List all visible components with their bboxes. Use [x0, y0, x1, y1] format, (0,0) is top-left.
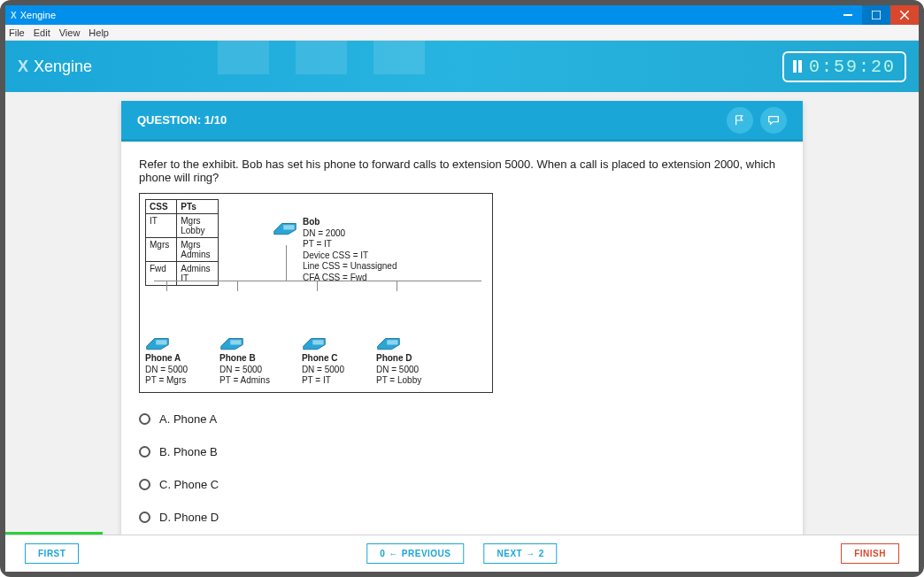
finish-button[interactable]: FINISH — [841, 543, 899, 564]
app-banner: X Xengine 0:59:20 — [5, 41, 919, 92]
nav-footer: FIRST 0 ← PREVIOUS NEXT → 2 FINISH — [5, 535, 919, 572]
option-b[interactable]: B. Phone B — [139, 445, 785, 458]
pause-icon[interactable] — [793, 60, 802, 73]
svg-rect-1 — [872, 11, 881, 19]
radio-icon — [139, 446, 150, 458]
question-counter: QUESTION: 1/10 — [137, 113, 227, 127]
window-close-button[interactable] — [890, 5, 919, 25]
menu-view[interactable]: View — [59, 27, 81, 38]
question-text: Refer to the exhibit. Bob has set his ph… — [139, 158, 785, 184]
timer-value: 0:59:20 — [809, 57, 896, 77]
window-minimize-button[interactable] — [834, 5, 862, 25]
phone-icon — [302, 332, 327, 351]
app-logo-icon: X — [18, 58, 28, 76]
phone-icon — [273, 217, 297, 236]
answer-options: A. Phone A B. Phone B C. Phone C D. Phon… — [139, 412, 785, 524]
exhibit-table: CSSPTs ITMgrs Lobby MgrsMgrs Admins FwdA… — [145, 199, 219, 286]
question-header: QUESTION: 1/10 — [121, 101, 803, 142]
option-a[interactable]: A. Phone A — [139, 412, 785, 426]
exhibit-diagram: CSSPTs ITMgrs Lobby MgrsMgrs Admins FwdA… — [139, 193, 493, 393]
svg-rect-7 — [312, 340, 323, 344]
svg-rect-6 — [230, 340, 241, 344]
app-title: Xengine — [34, 58, 92, 76]
radio-icon — [139, 512, 150, 523]
option-d[interactable]: D. Phone D — [139, 511, 785, 524]
menu-help[interactable]: Help — [89, 27, 109, 38]
svg-rect-0 — [843, 14, 852, 16]
timer: 0:59:20 — [782, 51, 906, 82]
svg-rect-8 — [387, 340, 397, 344]
phone-c: Phone CDN = 5000PT = IT — [302, 332, 344, 387]
comment-button[interactable] — [760, 107, 787, 134]
flag-button[interactable] — [727, 107, 753, 134]
radio-icon — [139, 413, 150, 425]
window-title: Xengine — [20, 10, 56, 20]
phone-icon — [219, 332, 244, 351]
window-maximize-button[interactable] — [862, 5, 890, 25]
first-button[interactable]: FIRST — [25, 543, 79, 564]
question-card: QUESTION: 1/10 Refer to the exhibit. Bob… — [121, 101, 803, 535]
next-button[interactable]: NEXT → 2 — [484, 543, 558, 564]
phone-d: Phone DDN = 5000PT = Lobby — [376, 332, 421, 387]
arrow-left-icon: ← — [389, 549, 398, 558]
menu-edit[interactable]: Edit — [34, 27, 50, 38]
arrow-right-icon: → — [526, 549, 535, 558]
svg-rect-5 — [156, 340, 166, 344]
menu-file[interactable]: File — [9, 27, 25, 38]
phone-icon — [145, 332, 170, 351]
menu-bar: File Edit View Help — [5, 25, 919, 41]
titlebar-logo-icon: X — [11, 11, 17, 20]
radio-icon — [139, 479, 150, 490]
svg-rect-4 — [283, 225, 294, 229]
phone-b: Phone BDN = 5000PT = Admins — [219, 332, 270, 387]
title-bar: X Xengine — [5, 5, 919, 25]
phone-icon — [376, 332, 401, 351]
phone-a: Phone ADN = 5000PT = Mgrs — [145, 332, 188, 387]
previous-button[interactable]: 0 ← PREVIOUS — [366, 543, 464, 564]
option-c[interactable]: C. Phone C — [139, 478, 785, 491]
